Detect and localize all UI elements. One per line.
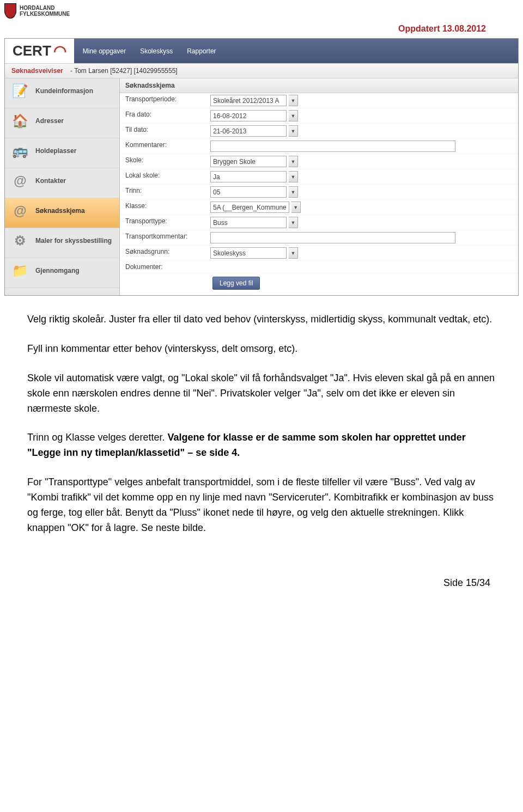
bus-icon: 🚌 [10,142,30,160]
label-trinn: Trinn: [120,185,207,200]
chevron-down-icon[interactable]: ▼ [291,202,301,213]
sidebar: 📝 Kundeinformasjon 🏠 Adresser 🚌 Holdepla… [5,78,120,295]
chevron-down-icon[interactable]: ▼ [289,186,298,198]
field-lokal-skole[interactable]: Ja▼ [210,171,515,182]
field-til-dato[interactable]: 21-06-2013▼ [210,125,515,137]
label-lokal-skole: Lokal skole: [120,169,207,185]
sidebar-item-holdeplasser[interactable]: 🚌 Holdeplasser [5,138,119,168]
chevron-down-icon[interactable]: ▼ [289,217,298,228]
field-skole[interactable]: Bryggen Skole▼ [210,156,515,167]
chevron-down-icon[interactable]: ▼ [289,125,298,137]
chevron-down-icon[interactable]: ▼ [289,171,298,182]
label-transportkommentar: Transportkommentar: [120,230,207,246]
field-soknadsgrunn[interactable]: Skoleskyss▼ [210,247,515,259]
label-kommentarer: Kommentarer: [120,139,207,154]
field-klasse[interactable]: 5A (__Bergen_Kommune▼ [210,202,515,213]
panel-title: Søknadsskjema [120,78,518,93]
doc-p3: Skole vil automatisk være valgt, og "Lok… [27,371,496,417]
label-til-dato: Til dato: [120,124,207,139]
chevron-down-icon[interactable]: ▼ [289,156,298,167]
field-kommentarer[interactable] [210,141,515,152]
note-icon: 📝 [10,82,30,100]
updated-date: Oppdatert 13.08.2012 [4,24,519,34]
field-fra-dato[interactable]: 16-08-2012▼ [210,110,515,121]
org-line2: FYLKESKOMMUNE [20,11,70,17]
house-icon: 🏠 [10,112,30,130]
main-nav: Mine oppgaver Skoleskyss Rapporter [74,39,518,63]
form-panel: Søknadsskjema Transportperiode: Skoleåre… [120,78,518,295]
chevron-down-icon[interactable]: ▼ [289,110,298,121]
doc-p1: Velg riktig skoleår. Juster fra eller ti… [27,312,496,327]
nav-skoleskyss[interactable]: Skoleskyss [140,47,173,55]
label-fra-dato: Fra dato: [120,108,207,124]
nav-rapporter[interactable]: Rapporter [187,47,216,55]
doc-p2: Fyll inn kommentar etter behov (vintersk… [27,341,496,357]
sidebar-item-adresser[interactable]: 🏠 Adresser [5,108,119,138]
chevron-down-icon[interactable]: ▼ [289,247,298,259]
app-shell: CERT ◠ Mine oppgaver Skoleskyss Rapporte… [4,38,519,296]
doc-p5: For "Transporttype" velges anbefalt tran… [27,475,496,536]
shield-icon [4,3,16,19]
label-skole: Skole: [120,154,207,169]
field-transporttype[interactable]: Buss▼ [210,217,515,228]
label-dokumenter: Dokumenter: [120,261,207,273]
page-number: Side 15/34 [0,555,523,600]
gear-icon: ⚙ [10,231,30,250]
chevron-down-icon[interactable]: ▼ [289,95,298,106]
app-body: 📝 Kundeinformasjon 🏠 Adresser 🚌 Holdepla… [5,78,518,295]
at-icon: @ [10,202,30,220]
sidebar-item-soknadsskjema[interactable]: @ Søknadsskjema [5,198,119,228]
breadcrumb-bar: Søknadsveiviser - Tom Larsen [52427] [14… [5,64,518,78]
attach-file-button[interactable]: Legg ved fil [212,277,260,290]
arc-icon: ◠ [53,42,66,60]
page-header: HORDALAND FYLKESKOMMUNE Oppdatert 13.08.… [0,0,523,34]
label-klasse: Klasse: [120,200,207,215]
breadcrumb-label: Søknadsveiviser [11,67,63,75]
sidebar-item-kundeinformasjon[interactable]: 📝 Kundeinformasjon [5,78,119,108]
breadcrumb-user: - Tom Larsen [52427] [14029955555] [70,67,178,75]
org-text: HORDALAND FYLKESKOMMUNE [20,5,70,17]
sidebar-item-maler[interactable]: ⚙ Maler for skyssbestilling [5,228,119,258]
field-trinn[interactable]: 05▼ [210,186,515,198]
nav-mine-oppgaver[interactable]: Mine oppgaver [83,47,126,55]
doc-p4: Trinn og Klasse velges deretter. Valgene… [27,430,496,461]
app-logo: CERT ◠ [5,39,74,63]
label-transporttype: Transporttype: [120,215,207,230]
label-soknadsgrunn: Søknadsgrunn: [120,246,207,261]
field-transportperiode[interactable]: Skoleåret 2012/2013 A▼ [210,95,515,106]
app-top: CERT ◠ Mine oppgaver Skoleskyss Rapporte… [5,39,518,64]
sidebar-item-gjennomgang[interactable]: 📁 Gjennomgang [5,258,119,288]
org-logo: HORDALAND FYLKESKOMMUNE [4,3,519,19]
field-transportkommentar[interactable] [210,232,515,243]
folder-icon: 📁 [10,261,30,280]
sidebar-item-kontakter[interactable]: @ Kontakter [5,168,119,198]
label-transportperiode: Transportperiode: [120,93,207,108]
document-body: Velg riktig skoleår. Juster fra eller ti… [0,296,523,555]
form: Transportperiode: Skoleåret 2012/2013 A▼… [120,93,518,273]
at-icon: @ [10,172,30,190]
org-line1: HORDALAND [20,5,70,11]
